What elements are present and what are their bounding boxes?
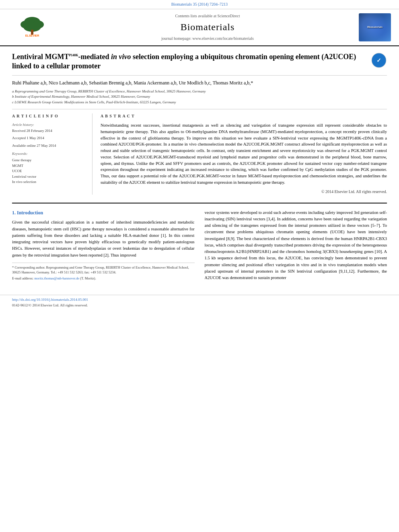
keyword-5: In vivo selection bbox=[12, 179, 86, 185]
cover-graphic: Biomaterials bbox=[359, 13, 391, 41]
email-link[interactable]: moritz.thomas@mh-hannover.de bbox=[34, 276, 79, 280]
article-meta-columns: A R T I C L E I N F O Article history: R… bbox=[12, 109, 387, 195]
title-part1: Lentiviral MGMT bbox=[12, 53, 69, 61]
svg-text:ELSEVIER: ELSEVIER bbox=[25, 34, 39, 37]
intro-heading: 1. Introduction bbox=[12, 210, 195, 216]
body-left-column: 1. Introduction Given the successful cli… bbox=[12, 210, 195, 285]
publisher-logo-area: ELSEVIER bbox=[8, 16, 56, 39]
article-history-label: Article history: bbox=[12, 122, 86, 127]
affiliation-c: c LOEWE Research Group Genetic Modificat… bbox=[12, 100, 387, 105]
title-italic: in vivo bbox=[111, 53, 131, 61]
journal-title: Biomaterials bbox=[56, 21, 359, 34]
body-columns: 1. Introduction Given the successful cli… bbox=[12, 210, 387, 285]
cover-label: Biomaterials bbox=[367, 25, 383, 29]
keywords-label: Keywords: bbox=[12, 151, 86, 156]
abstract-heading: A B S T R A C T bbox=[101, 113, 387, 119]
page-footer: http://dx.doi.org/10.1016/j.biomaterials… bbox=[0, 295, 399, 310]
article-title: Lentiviral MGMTP140K-mediated in vivo se… bbox=[12, 52, 367, 71]
footnote-section: * Corresponding author. Reprogramming an… bbox=[12, 263, 195, 281]
intro-left-text: Given the successful clinical applicatio… bbox=[12, 219, 195, 259]
doi-text[interactable]: http://dx.doi.org/10.1016/j.biomaterials… bbox=[12, 298, 88, 302]
journal-citation: Biomaterials 35 (2014) 7204–7213 bbox=[171, 2, 228, 6]
affiliations-section: a Reprogramming and Gene Therapy Group, … bbox=[12, 89, 387, 105]
doi-link[interactable]: http://dx.doi.org/10.1016/j.biomaterials… bbox=[12, 297, 387, 302]
email-suffix: (T. Moritz). bbox=[79, 276, 96, 280]
body-right-column: vector systems were developed to avoid s… bbox=[205, 210, 387, 285]
journal-homepage: journal homepage: www.elsevier.com/locat… bbox=[56, 36, 359, 41]
body-content-section: 1. Introduction Given the successful cli… bbox=[12, 203, 387, 285]
footnote-star: * Corresponding author. Reprogramming an… bbox=[12, 265, 195, 275]
svg-text:✓: ✓ bbox=[376, 57, 381, 64]
article-info-column: A R T I C L E I N F O Article history: R… bbox=[12, 113, 93, 195]
abstract-column: A B S T R A C T Notwithstanding recent s… bbox=[101, 113, 387, 195]
keyword-1: Gene therapy bbox=[12, 158, 86, 163]
article-info-heading: A R T I C L E I N F O bbox=[12, 113, 86, 119]
abstract-text: Notwithstanding recent successes, insert… bbox=[101, 122, 387, 186]
journal-header: ELSEVIER Contents lists available at Sci… bbox=[0, 9, 399, 46]
keyword-4: Lentiviral vector bbox=[12, 174, 86, 179]
keyword-2: MGMT bbox=[12, 163, 86, 168]
keyword-3: UCOE bbox=[12, 168, 86, 174]
journal-citation-bar: Biomaterials 35 (2014) 7204–7213 bbox=[0, 0, 399, 9]
email-label: E-mail address: bbox=[12, 276, 34, 280]
article-title-section: Lentiviral MGMTP140K-mediated in vivo se… bbox=[12, 52, 387, 76]
contents-available-line: Contents lists available at ScienceDirec… bbox=[56, 13, 359, 19]
journal-header-center: Contents lists available at ScienceDirec… bbox=[56, 13, 359, 41]
crossmark-icon[interactable]: ✓ bbox=[371, 52, 387, 68]
affiliation-a: a Reprogramming and Gene Therapy Group, … bbox=[12, 89, 387, 94]
title-superscript: P140K bbox=[69, 53, 78, 57]
elsevier-tree-icon: ELSEVIER bbox=[12, 16, 52, 38]
issn-line: 0142-9612/© 2014 Elsevier Ltd. All right… bbox=[12, 303, 387, 308]
intro-right-text: vector systems were developed to avoid s… bbox=[205, 210, 387, 281]
affiliation-b: b Institute of Experimental Hematology, … bbox=[12, 94, 387, 100]
contents-text: Contents lists available at ScienceDirec… bbox=[175, 14, 240, 18]
copyright-line: © 2014 Elsevier Ltd. All rights reserved… bbox=[101, 189, 387, 195]
footnote-email: E-mail address: moritz.thomas@mh-hannove… bbox=[12, 276, 195, 281]
journal-cover-image: Biomaterials bbox=[359, 13, 391, 41]
main-content-area: Lentiviral MGMTP140K-mediated in vivo se… bbox=[0, 46, 399, 291]
accepted-date: Accepted 1 May 2014 bbox=[12, 136, 86, 141]
online-date: Available online 27 May 2014 bbox=[12, 143, 86, 148]
title-part2: -mediated bbox=[78, 53, 111, 61]
authors-line: Ruhi Phaltane a,b, Nico Lachmann a,b, Se… bbox=[12, 80, 387, 86]
received-date: Received 28 February 2014 bbox=[12, 128, 86, 134]
